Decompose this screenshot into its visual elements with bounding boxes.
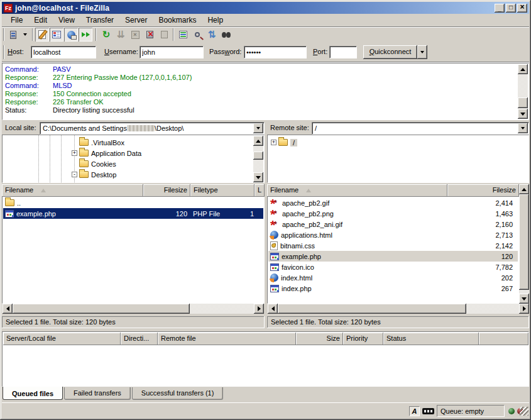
quickconnect-bar: Host: Username: Password: Port: Quickcon… [2,43,529,62]
file-row-example-php[interactable]: example.php120 [268,251,518,262]
tab-failed-transfers[interactable]: Failed transfers [64,387,131,400]
column-priority[interactable]: Priority [343,333,383,345]
local-site-combobox[interactable]: C:\Documents and Settings\Desktop\ [40,122,265,135]
scrollbar-thumb[interactable] [278,304,466,314]
column-filename[interactable]: Filename [267,184,447,197]
file-row[interactable]: apache_pb2.png1,463 [268,208,518,219]
tree-item-cookies[interactable]: Cookies [79,158,116,169]
toggle-remote-tree-button[interactable] [64,28,78,41]
quickconnect-button[interactable]: Quickconnect [363,45,417,59]
quickconnect-dropdown-button[interactable] [417,45,427,59]
remote-site-dropdown-button[interactable] [518,123,528,133]
column-server-local-file[interactable]: Server/Local file [3,333,121,345]
toggle-local-tree-button[interactable] [50,28,63,41]
synchronized-browsing-button[interactable]: ⇅ [205,28,219,41]
scroll-right-button[interactable] [254,304,264,314]
css-file-icon [270,241,278,250]
collapse-icon[interactable]: - [72,172,77,177]
scroll-up-button[interactable] [518,64,528,74]
column-last-modified[interactable]: L [255,184,265,197]
menu-edit[interactable]: Edit [28,14,53,26]
tree-item-root[interactable]: + / [271,137,297,148]
tree-item-application-data[interactable]: +Application Data [72,148,141,158]
file-row[interactable]: apache_pb2_ani.gif2,160 [268,219,518,229]
find-files-button[interactable] [219,28,233,41]
scrollbar-thumb[interactable] [519,194,529,290]
file-row[interactable]: favicon.ico7,782 [268,262,518,272]
apache-image-icon [270,219,280,229]
menu-transfer[interactable]: Transfer [80,14,119,26]
remote-vscrollbar[interactable] [519,184,529,304]
cancel-button[interactable]: × [128,28,142,41]
remote-hscrollbar[interactable] [268,304,529,314]
scroll-up-button[interactable] [519,184,529,194]
remote-site-combobox[interactable]: / [312,122,529,135]
minimize-button[interactable]: _ [495,4,505,13]
refresh-button[interactable]: ↻ [99,28,113,41]
menu-server[interactable]: Server [119,14,153,26]
file-row[interactable]: applications.html2,713 [268,229,518,240]
file-row[interactable]: bitnami.css2,142 [268,240,518,251]
column-direction[interactable]: Directi... [121,333,158,345]
column-filesize[interactable]: Filesize [447,184,519,197]
directory-compare-button[interactable] [190,28,204,41]
tab-queued-files[interactable]: Queued files [3,387,63,400]
scrollbar-thumb[interactable] [518,97,528,108]
menu-file[interactable]: File [5,14,28,26]
disconnect-button[interactable] [143,28,156,41]
scroll-left-button[interactable] [3,304,13,314]
file-row[interactable]: apache_pb2.gif2,414 [268,197,518,208]
host-input[interactable] [31,46,96,58]
remote-file-list: apache_pb2.gif2,414 apache_pb2.png1,463 … [267,197,519,304]
expand-icon[interactable]: + [271,140,276,145]
close-button[interactable]: × [517,4,527,13]
titlebar[interactable]: Fz john@localhost - FileZilla _ □ × [2,2,529,14]
reconnect-button[interactable] [157,28,171,41]
site-manager-dropdown-button[interactable] [21,28,29,41]
scroll-down-button[interactable] [519,294,529,304]
maximize-button[interactable]: □ [506,4,516,13]
column-size[interactable]: Size [296,333,343,345]
scroll-down-button[interactable] [518,109,528,119]
process-queue-button[interactable]: ⇊ [114,28,128,41]
censored-username [127,125,155,131]
port-input[interactable] [329,46,357,58]
column-filesize[interactable]: Filesize [143,184,190,197]
tree-item-virtualbox[interactable]: .VirtualBox [79,137,124,148]
menu-view[interactable]: View [53,14,80,26]
password-input[interactable] [244,46,307,58]
window-title: john@localhost - FileZilla [15,4,493,13]
username-input[interactable] [140,46,204,58]
menu-bookmarks[interactable]: Bookmarks [153,14,202,26]
column-filetype[interactable]: Filetype [190,184,255,197]
scroll-down-button[interactable] [253,172,263,182]
scrollbar-thumb[interactable] [253,152,263,160]
file-row[interactable]: index.html202 [268,272,518,283]
column-remote-file[interactable]: Remote file [158,333,296,345]
toggle-queue-button[interactable] [79,28,92,41]
local-site-dropdown-button[interactable] [253,123,263,133]
local-hscrollbar[interactable] [3,304,264,314]
site-manager-button[interactable] [6,28,20,41]
column-filename[interactable]: Filename [2,184,143,197]
remote-list-header: Filename Filesize [267,184,519,197]
log-scrollbar[interactable] [518,64,528,119]
file-row-parent-dir[interactable]: .. [3,197,263,208]
expand-icon[interactable]: + [72,150,77,156]
column-status[interactable]: Status [383,333,479,345]
remote-path: / [315,124,317,132]
toggle-message-log-button[interactable] [35,28,49,41]
file-row-example-php[interactable]: example.php 120 PHP File 1 [3,208,263,219]
scrollbar-thumb[interactable] [13,304,190,314]
directory-filter-button[interactable] [176,28,190,41]
tab-successful-transfers[interactable]: Successful transfers (1) [132,387,224,400]
menu-help[interactable]: Help [202,14,229,26]
local-tree-scrollbar[interactable] [253,136,263,182]
resize-grip[interactable] [520,407,528,416]
scroll-up-button[interactable] [253,136,263,146]
scroll-right-button[interactable] [519,304,529,314]
tree-item-desktop[interactable]: -Desktop [72,169,116,180]
remote-site-label: Remote site: [270,124,309,131]
scroll-left-button[interactable] [268,304,278,314]
file-row[interactable]: index.php267 [268,283,518,294]
